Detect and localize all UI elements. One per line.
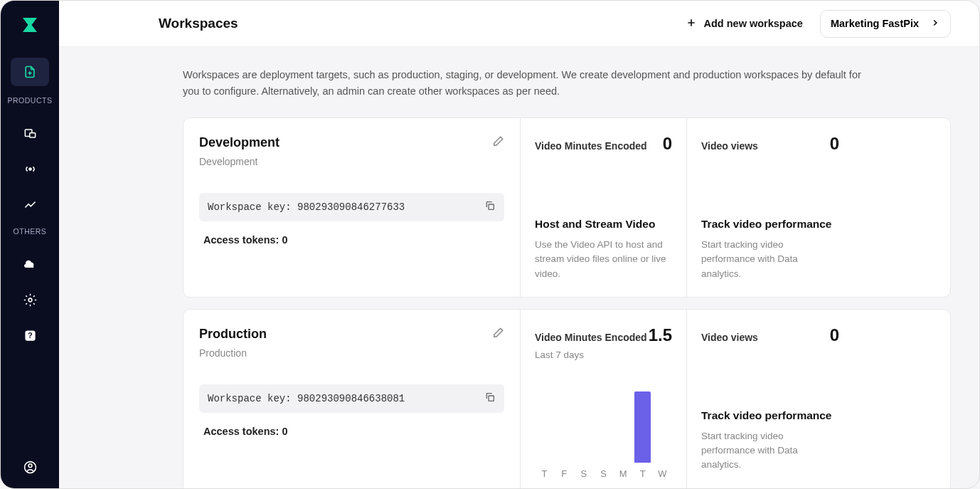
- chart-axis-label: S: [595, 468, 612, 479]
- workspace-key-row: Workspace key: 980293090846277633: [199, 193, 504, 221]
- chart-axis-label: S: [575, 468, 592, 479]
- edit-icon[interactable]: [491, 135, 504, 151]
- sidebar: PRODUCTS OTHERS ?: [1, 1, 59, 488]
- stat-value: 1.5: [649, 325, 672, 345]
- chart-axis-label: T: [536, 468, 553, 479]
- panel-description: Use the Video API to host and stream vid…: [535, 238, 672, 281]
- workspace-card: Development Development Workspace key: 9…: [183, 117, 951, 298]
- stat-subtext: Last 7 days: [535, 349, 672, 360]
- stat-label: Video Minutes Encoded: [535, 140, 647, 152]
- workspace-key-label: Workspace key:: [208, 201, 292, 213]
- svg-point-7: [28, 463, 32, 467]
- sidebar-item-settings[interactable]: [16, 287, 44, 312]
- svg-rect-1: [29, 132, 35, 137]
- chart-axis-label: W: [654, 468, 671, 479]
- chevron-right-icon: [930, 18, 940, 30]
- video-minutes-panel: Video Minutes Encoded 1.5 Last 7 days TF…: [521, 310, 687, 488]
- panel-description: Start tracking video performance with Da…: [701, 429, 839, 473]
- video-minutes-panel: Video Minutes Encoded 0 Host and Stream …: [521, 118, 687, 297]
- sidebar-item-streaming[interactable]: [16, 156, 44, 182]
- panel-title: Track video performance: [701, 218, 839, 231]
- workspace-name: Development: [199, 135, 279, 150]
- chart-axis-label: F: [556, 468, 572, 479]
- workspace-subtitle: Production: [199, 347, 267, 359]
- copy-icon[interactable]: [484, 200, 496, 214]
- sidebar-section-others: OTHERS: [14, 227, 47, 236]
- workspace-name: Production: [199, 327, 267, 342]
- stat-value: 0: [830, 325, 839, 345]
- svg-text:?: ?: [28, 331, 33, 340]
- svg-point-3: [28, 298, 32, 302]
- brand-logo: [17, 12, 43, 38]
- sidebar-item-analytics[interactable]: [16, 191, 44, 217]
- org-selector-label: Marketing FastPix: [831, 18, 919, 29]
- content: Workspaces are deployment targets, such …: [59, 47, 979, 488]
- workspace-key-label: Workspace key:: [208, 393, 292, 404]
- sidebar-item-help[interactable]: ?: [16, 322, 44, 348]
- add-workspace-label: Add new workspace: [704, 18, 803, 29]
- plus-icon: [686, 17, 697, 31]
- edit-icon[interactable]: [491, 327, 504, 342]
- panel-title: Track video performance: [701, 409, 839, 422]
- video-views-panel: Video views 0 Track video performance St…: [687, 118, 853, 297]
- workspace-subtitle: Development: [199, 156, 279, 167]
- stat-label: Video Minutes Encoded: [535, 332, 647, 343]
- workspace-key-value: 980293090846277633: [297, 201, 405, 213]
- main: Workspaces Add new workspace Marketing F…: [59, 1, 979, 488]
- workspace-info: Development Development Workspace key: 9…: [183, 118, 521, 297]
- workspace-key-value: 980293090846638081: [297, 393, 405, 404]
- workspace-key-row: Workspace key: 980293090846638081: [199, 384, 504, 413]
- sidebar-section-products: PRODUCTS: [8, 96, 53, 105]
- copy-icon[interactable]: [484, 391, 496, 406]
- video-views-panel: Video views 0 Track video performance St…: [687, 310, 853, 488]
- panel-description: Start tracking video performance with Da…: [701, 238, 839, 281]
- panel-title: Host and Stream Video: [535, 218, 672, 231]
- sidebar-item-workspaces[interactable]: [11, 58, 49, 86]
- bar-chart-axis: TFSSMTW: [535, 468, 672, 479]
- stat-value: 0: [830, 134, 839, 154]
- stat-label: Video views: [701, 332, 758, 343]
- svg-point-2: [28, 167, 31, 169]
- page-description: Workspaces are deployment targets, such …: [183, 67, 866, 99]
- svg-rect-8: [489, 204, 494, 209]
- chart-bar: [634, 391, 651, 463]
- sidebar-item-media[interactable]: [16, 120, 44, 146]
- stat-label: Video views: [701, 140, 758, 152]
- workspace-card: Production Production Workspace key: 980…: [183, 309, 951, 488]
- access-tokens: Access tokens: 0: [203, 426, 504, 437]
- chart-axis-label: M: [615, 468, 632, 479]
- stat-value: 0: [663, 134, 672, 154]
- org-selector[interactable]: Marketing FastPix: [820, 10, 951, 38]
- page-title: Workspaces: [159, 16, 238, 31]
- bar-chart: [535, 379, 672, 463]
- chart-axis-label: T: [634, 468, 651, 479]
- sidebar-item-profile[interactable]: [16, 453, 44, 481]
- access-tokens: Access tokens: 0: [203, 234, 504, 246]
- add-workspace-button[interactable]: Add new workspace: [686, 17, 803, 31]
- header: Workspaces Add new workspace Marketing F…: [59, 1, 979, 47]
- sidebar-item-cloud[interactable]: [16, 251, 44, 277]
- workspace-info: Production Production Workspace key: 980…: [183, 310, 521, 488]
- svg-rect-9: [489, 396, 494, 401]
